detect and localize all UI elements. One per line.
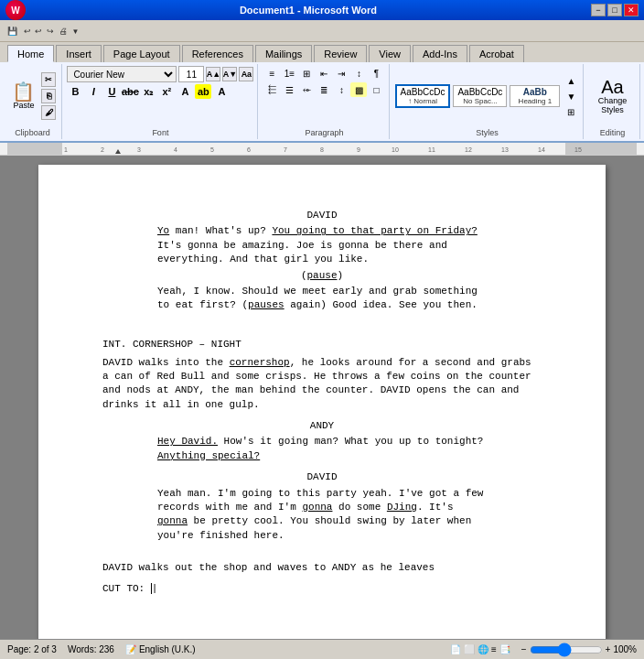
zoom-level: 100% <box>613 644 637 654</box>
close-button[interactable]: ✕ <box>624 4 639 16</box>
action-leaves: DAVID walks out the shop and waves to AN… <box>102 561 542 575</box>
font-label: Font <box>152 128 168 137</box>
font-shrink-button[interactable]: A▼ <box>222 67 237 81</box>
styles-down-button[interactable]: ▼ <box>563 89 579 103</box>
svg-text:11: 11 <box>428 146 435 153</box>
styles-more-button[interactable]: ⊞ <box>563 104 579 119</box>
undo-icon2[interactable]: ↩ <box>35 27 42 36</box>
justify-button[interactable]: ≣ <box>316 82 332 97</box>
paste-button[interactable]: 📋 Paste <box>8 80 38 113</box>
zoom-item: − + 100% <box>521 643 637 657</box>
transition-cut-to: CUT TO: | <box>102 582 542 596</box>
svg-text:6: 6 <box>247 146 251 153</box>
bullets-button[interactable]: ≡ <box>263 66 280 81</box>
align-left-button[interactable]: ⬱ <box>263 82 280 97</box>
outline-icon[interactable]: ≡ <box>491 644 497 654</box>
font-size-input[interactable] <box>178 66 204 82</box>
document-page[interactable]: DAVID Yo man! What's up? You going to th… <box>38 165 606 639</box>
sort-button[interactable]: ↕ <box>350 66 367 81</box>
border-button[interactable]: □ <box>368 82 384 97</box>
undo-icon[interactable]: ↩ <box>24 27 31 36</box>
align-right-button[interactable]: ⬰ <box>298 82 315 97</box>
font-color-button[interactable]: A <box>177 84 193 99</box>
font-color2-button[interactable]: A <box>213 84 230 99</box>
dropdown-arrow[interactable]: ▼ <box>72 27 80 36</box>
maximize-button[interactable]: □ <box>607 4 622 16</box>
superscript-button[interactable]: x² <box>158 84 175 99</box>
char-name-andy: ANDY <box>102 419 542 433</box>
change-styles-group: Aa ChangeStyles Editing <box>585 64 640 139</box>
underline-yo: Yo <box>157 225 169 236</box>
zoom-slider[interactable] <box>530 643 603 657</box>
office-button[interactable]: W <box>5 0 26 20</box>
decrease-indent-button[interactable]: ⇤ <box>316 66 332 81</box>
page-info-item: Page: 2 of 3 <box>7 644 57 654</box>
redo-icon[interactable]: ↪ <box>47 27 54 36</box>
format-painter-button[interactable]: 🖌 <box>41 105 56 120</box>
style-heading1[interactable]: AaBb Heading 1 <box>510 85 560 107</box>
style-no-spacing[interactable]: AaBbCcDc No Spac... <box>453 85 507 107</box>
clipboard-group: 📋 Paste ✂ ⎘ 🖌 Clipboard <box>4 64 62 139</box>
line-spacing-button[interactable]: ↕ <box>333 82 349 97</box>
ruler-inner: 1 2 3 4 5 6 7 8 9 10 11 12 13 14 15 <box>7 143 637 155</box>
word-count: Words: 236 <box>68 644 114 654</box>
strikethrough-button[interactable]: abc <box>122 84 138 99</box>
web-layout-icon[interactable]: 🌐 <box>478 644 488 654</box>
styles-up-button[interactable]: ▲ <box>563 73 579 88</box>
subscript-button[interactable]: x₂ <box>140 84 156 99</box>
increase-indent-button[interactable]: ⇥ <box>333 66 349 81</box>
tab-page-layout[interactable]: Page Layout <box>103 45 180 62</box>
underline-button[interactable]: U <box>103 84 120 99</box>
scene-cornershop: INT. CORNERSHOP – NIGHT <box>102 338 542 351</box>
zoom-out-button[interactable]: − <box>521 644 527 654</box>
multilevel-button[interactable]: ⊞ <box>298 66 315 81</box>
svg-text:15: 15 <box>574 146 582 153</box>
minimize-button[interactable]: − <box>591 4 606 16</box>
svg-text:12: 12 <box>465 146 472 153</box>
highlight-button[interactable]: ab <box>195 84 211 99</box>
tab-view[interactable]: View <box>369 45 411 62</box>
svg-text:10: 10 <box>392 146 399 153</box>
tab-review[interactable]: Review <box>314 45 367 62</box>
shading-button[interactable]: ▩ <box>350 82 367 97</box>
save-icon[interactable]: 💾 <box>7 27 17 36</box>
view-icons: 📄 ⬜ 🌐 ≡ 📑 <box>450 644 510 654</box>
font-name-select[interactable]: Courier New <box>67 66 177 82</box>
copy-button[interactable]: ⎘ <box>41 89 56 103</box>
italic-button[interactable]: I <box>85 84 102 99</box>
svg-text:5: 5 <box>210 146 214 153</box>
cut-button[interactable]: ✂ <box>41 72 56 87</box>
style-ns-label: No Spac... <box>457 97 502 105</box>
tab-references[interactable]: References <box>182 45 253 62</box>
tab-acrobat[interactable]: Acrobat <box>469 45 524 62</box>
font-grow-button[interactable]: A▲ <box>206 67 220 81</box>
tab-addins[interactable]: Add-Ins <box>413 45 467 62</box>
show-hide-button[interactable]: ¶ <box>368 66 384 81</box>
ribbon-tabs: Home Insert Page Layout References Maili… <box>0 42 644 62</box>
tab-mailings[interactable]: Mailings <box>255 45 312 62</box>
tab-home[interactable]: Home <box>7 45 54 62</box>
print-icon[interactable]: 🖨 <box>59 27 68 36</box>
style-normal[interactable]: AaBbCcDc ↑ Normal <box>395 84 451 108</box>
underline-hey: Hey David. <box>157 436 218 447</box>
bold-button[interactable]: B <box>67 84 83 99</box>
title-left-icons: W <box>5 0 26 20</box>
draft-icon[interactable]: 📑 <box>499 644 510 654</box>
clear-format-button[interactable]: Aa <box>239 67 253 81</box>
paragraph-group: ≡ 1≡ ⊞ ⇤ ⇥ ↕ ¶ ⬱ ☰ ⬰ ≣ ↕ ▩ □ Paragraph <box>260 64 390 139</box>
align-center-button[interactable]: ☰ <box>281 82 297 97</box>
change-styles-icon: Aa <box>601 78 623 96</box>
print-layout-icon[interactable]: 📄 <box>450 644 461 654</box>
paste-label: Paste <box>13 101 34 110</box>
svg-text:1: 1 <box>64 146 68 153</box>
tab-insert[interactable]: Insert <box>56 45 102 62</box>
fullscreen-icon[interactable]: ⬜ <box>464 644 475 654</box>
numbering-button[interactable]: 1≡ <box>281 66 297 81</box>
window-controls[interactable]: − □ ✕ <box>591 4 639 16</box>
editing-label: Editing <box>600 128 626 137</box>
change-styles-button[interactable]: Aa ChangeStyles <box>595 75 631 117</box>
style-ns-text: AaBbCcDc <box>457 87 502 97</box>
paragraph-label: Paragraph <box>305 128 343 137</box>
zoom-in-button[interactable]: + <box>606 644 611 654</box>
window-title: Document1 - Microsoft Word <box>26 5 591 16</box>
